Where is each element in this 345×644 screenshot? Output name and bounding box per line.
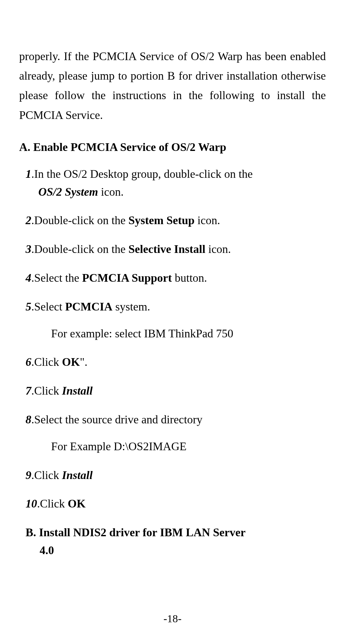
step-9-boldit: Install bbox=[62, 469, 93, 482]
step-5-bold: PCMCIA bbox=[65, 300, 112, 313]
step-6-num: 6 bbox=[26, 356, 31, 368]
step-8: 8.Select the source drive and directory bbox=[19, 411, 326, 429]
section-b-heading-line2: 4.0 bbox=[26, 542, 326, 560]
step-6-pre: .Click bbox=[31, 356, 62, 368]
step-3-post: icon. bbox=[205, 243, 231, 255]
step-10-num: 10 bbox=[26, 497, 37, 510]
step-5-post: system. bbox=[112, 300, 150, 313]
step-4-pre: .Select the bbox=[31, 271, 82, 284]
page-number: -18- bbox=[0, 613, 345, 625]
step-4: 4.Select the PCMCIA Support button. bbox=[19, 269, 326, 287]
step-7-num: 7 bbox=[26, 384, 31, 397]
step-8-example: For Example D:\OS2IMAGE bbox=[19, 438, 326, 456]
step-5-pre: .Select bbox=[31, 300, 65, 313]
step-4-num: 4 bbox=[26, 271, 31, 284]
step-3: 3.Double-click on the Selective Install … bbox=[19, 240, 326, 258]
step-2-bold: System Setup bbox=[128, 214, 195, 227]
step-2: 2.Double-click on the System Setup icon. bbox=[19, 212, 326, 230]
step-1-post: icon. bbox=[98, 185, 124, 198]
step-2-pre: .Double-click on the bbox=[31, 214, 128, 227]
document-page: properly. If the PCMCIA Service of OS/2 … bbox=[0, 0, 345, 644]
intro-paragraph: properly. If the PCMCIA Service of OS/2 … bbox=[19, 47, 326, 125]
step-7-boldit: Install bbox=[62, 384, 93, 397]
step-10-bold: OK bbox=[68, 497, 86, 510]
step-1-pre: .In the OS/2 Desktop group, double-click… bbox=[31, 168, 253, 180]
step-9-pre: .Click bbox=[31, 469, 62, 482]
section-b-heading: B. Install NDIS2 driver for IBM LAN Serv… bbox=[19, 524, 326, 560]
step-3-num: 3 bbox=[26, 243, 31, 255]
step-4-post: button. bbox=[172, 271, 207, 284]
step-1-num: 1 bbox=[26, 168, 31, 180]
section-a-heading: A. Enable PCMCIA Service of OS/2 Warp bbox=[19, 140, 326, 154]
step-3-bold: Selective Install bbox=[128, 243, 205, 255]
step-5-num: 5 bbox=[26, 300, 31, 313]
step-5: 5.Select PCMCIA system. bbox=[19, 298, 326, 316]
step-10-pre: .Click bbox=[37, 497, 68, 510]
step-6-post: ". bbox=[80, 356, 88, 368]
step-8-text: .Select the source drive and directory bbox=[31, 413, 203, 426]
step-9: 9.Click Install bbox=[19, 467, 326, 484]
step-1: 1.In the OS/2 Desktop group, double-clic… bbox=[19, 165, 326, 201]
step-10: 10.Click OK bbox=[19, 495, 326, 513]
step-2-num: 2 bbox=[26, 214, 31, 227]
step-3-pre: .Double-click on the bbox=[31, 243, 128, 255]
step-2-post: icon. bbox=[195, 214, 220, 227]
step-6-bold: OK bbox=[62, 356, 80, 368]
step-7: 7.Click Install bbox=[19, 382, 326, 400]
step-1-bold: OS/2 System bbox=[38, 185, 98, 198]
step-7-pre: .Click bbox=[31, 384, 62, 397]
step-5-example: For example: select IBM ThinkPad 750 bbox=[19, 325, 326, 343]
step-6: 6.Click OK". bbox=[19, 353, 326, 371]
step-4-bold: PCMCIA Support bbox=[82, 271, 172, 284]
step-9-num: 9 bbox=[26, 469, 31, 482]
section-b-heading-line1: B. Install NDIS2 driver for IBM LAN Serv… bbox=[26, 526, 246, 539]
step-8-num: 8 bbox=[26, 413, 31, 426]
